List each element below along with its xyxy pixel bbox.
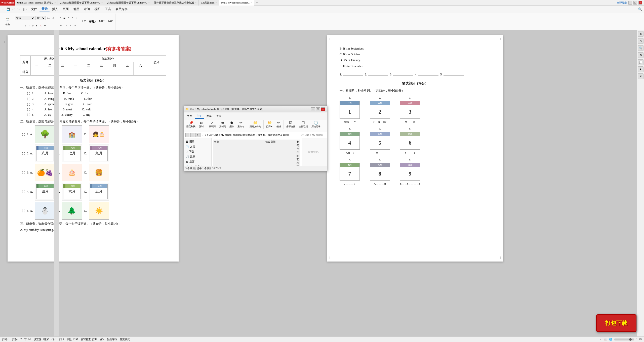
fe-select-none-button[interactable]: ☐ 全部取消 [298,120,309,129]
menu-page[interactable]: 页面 [61,7,71,12]
fe-select-all-button[interactable]: ☑ 全部选择 [285,120,296,129]
fe-forward-button[interactable]: → [190,133,194,137]
fe-up-button[interactable]: ↑ [195,133,199,137]
side-btn-3[interactable]: 🔍 [638,45,643,51]
style-h1[interactable]: 标题1 [88,19,97,24]
fe-search-input[interactable] [300,133,325,137]
numbered-list-button[interactable]: 1≡ [63,24,68,27]
menu-view[interactable]: 视图 [92,7,102,12]
tab-2-close[interactable]: × [101,2,103,4]
fe-open-button[interactable]: 📂 打开▼ [265,120,274,129]
align-left-button[interactable]: ≡ [59,16,62,19]
login-button[interactable]: 立即登录 [617,1,627,5]
fe-rename-button[interactable]: ✏ 重命名 [236,120,245,129]
q2-paren-4: （ ）4. A. [20,189,33,194]
new-tab-button[interactable]: + [254,0,260,6]
italic-button[interactable]: I [28,24,30,27]
underline-button[interactable]: U [31,24,35,27]
fe-minimize-button[interactable]: ─ [311,107,315,111]
menu-insert[interactable]: 插入 [50,7,60,12]
fe-new-folder-button[interactable]: 📁 新建文件夹 [249,120,262,129]
fe-address-input[interactable] [200,133,299,137]
color-button[interactable]: A [39,24,43,27]
justify-button[interactable]: ≡ [71,16,74,19]
view-web-icon[interactable]: 🌐 [609,338,612,341]
tab-6-close[interactable]: × [251,2,252,4]
fe-copy-to-button[interactable]: ⊕ 复制到 [218,120,227,129]
fe-move-button[interactable]: ↗ 移动到 [208,120,217,129]
menu-member[interactable]: 会员专享 [113,7,130,12]
font-family-select[interactable]: 宋体 [15,16,35,20]
fe-tab-share[interactable]: 共享 [205,114,214,118]
search-button[interactable]: 🔍 [637,7,643,12]
side-btn-4[interactable]: ⚙ [638,52,643,58]
highlight-button[interactable]: ✏ [43,24,47,27]
fe-copy-button[interactable]: ⧉ 复制 [198,120,205,129]
redo-icon[interactable]: ↪ [16,7,21,12]
fe-tab-view[interactable]: 查看 [214,114,223,118]
menu-tools[interactable]: 工具 [103,7,113,12]
side-btn-6[interactable]: ★ [638,66,643,72]
style-normal[interactable]: 正文 [80,19,87,24]
line-spacing-button[interactable]: ↕ [74,16,78,19]
tab-3[interactable]: 人教PEP版英语五年级下册Unit3My... × [105,0,152,6]
tab-5-close[interactable]: × [215,2,217,4]
fe-history-button[interactable]: 🕐 历史记录 [310,120,321,129]
minimize-button[interactable]: ─ [628,1,632,5]
menu-review[interactable]: 审阅 [82,7,92,12]
fe-edit-button[interactable]: ✏ 编辑 [275,120,282,129]
side-btn-7[interactable]: ↗ [638,73,643,79]
strikethrough-button[interactable]: S [35,24,38,27]
zoom-slider[interactable] [614,338,634,340]
drag-handle[interactable]: ⠿ [4,40,6,44]
align-right-button[interactable]: ≡ [67,16,70,19]
fe-sidebar-docs[interactable]: 📄 文档 [184,144,211,149]
tab-6[interactable]: Unit 3 My school calendar... × [219,0,254,6]
align-center-button[interactable]: ☰ [62,16,66,19]
menu-home[interactable]: 开始 [39,6,50,12]
fe-back-button[interactable]: ← [185,133,189,137]
q2-row-4: （ ）4. A. 四月 四月 B. 六月 六月 C. [20,183,166,200]
print-icon[interactable]: 🖨 [21,7,26,12]
close-button[interactable]: × [638,1,642,5]
view-read-icon[interactable]: 📖 [604,338,607,341]
style-h3[interactable]: 标题3 [107,19,114,24]
tab-3-close[interactable]: × [148,2,150,4]
fe-sidebar-music[interactable]: 🎵 音乐 [184,154,211,159]
wps-menu-icon[interactable]: ☰ [1,7,6,12]
paste-button[interactable]: 📋 粘贴 [3,16,12,27]
tab-4[interactable]: 五年级下册英语第三单元达标测试卷 × [152,0,199,6]
fe-delete-button[interactable]: 🗑 删除 [228,120,235,129]
tab-5[interactable]: 5.3试题.docx × [199,0,219,6]
outdent-button[interactable]: ← [73,24,77,27]
fe-tab-home[interactable]: 主页 [195,114,204,119]
tab-1-close[interactable]: × [54,2,56,4]
save-icon[interactable]: 💾 [6,7,11,12]
side-btn-2[interactable]: ⊖ [638,38,643,44]
fe-sidebar-download[interactable]: ⬇ 下载 [184,149,211,154]
tab-4-close[interactable]: × [195,2,196,4]
menu-reference[interactable]: 引用 [71,7,81,12]
font-size-select[interactable]: 12 [35,16,46,20]
undo-icon[interactable]: ↩ [11,7,16,12]
menu-file[interactable]: 文件 [29,7,39,12]
style-h2[interactable]: 标题2 [98,19,106,24]
maximize-button[interactable]: □ [633,1,637,5]
fe-close-button[interactable]: × [321,107,325,111]
fe-recent-button[interactable]: 📌 固定到快 [185,120,196,129]
tab-2[interactable]: 人教PEP版英语五年级下册Unit3My... × [58,0,105,6]
tab-1[interactable]: Unit3 My school calendar 达标卷... × [15,0,58,6]
indent-button[interactable]: → [68,24,73,27]
view-normal-icon[interactable]: □ [600,338,602,341]
side-btn-5[interactable]: 💬 [638,59,643,65]
fe-sidebar-pics[interactable]: 🖼 图片 [184,139,211,144]
download-banner[interactable]: 打包下载 [596,314,636,332]
bold-button[interactable]: B [24,24,27,27]
fe-maximize-button[interactable]: □ [316,107,320,111]
bullet-list-button[interactable]: •≡ [59,24,63,27]
side-btn-1[interactable]: ⊕ [638,31,643,37]
fe-tab-file[interactable]: 文件 [185,114,194,118]
increase-font-button[interactable]: A+ [46,17,51,20]
decrease-font-button[interactable]: A- [52,17,56,20]
fe-sidebar-desktop[interactable]: 🖥 桌面 [184,159,211,164]
